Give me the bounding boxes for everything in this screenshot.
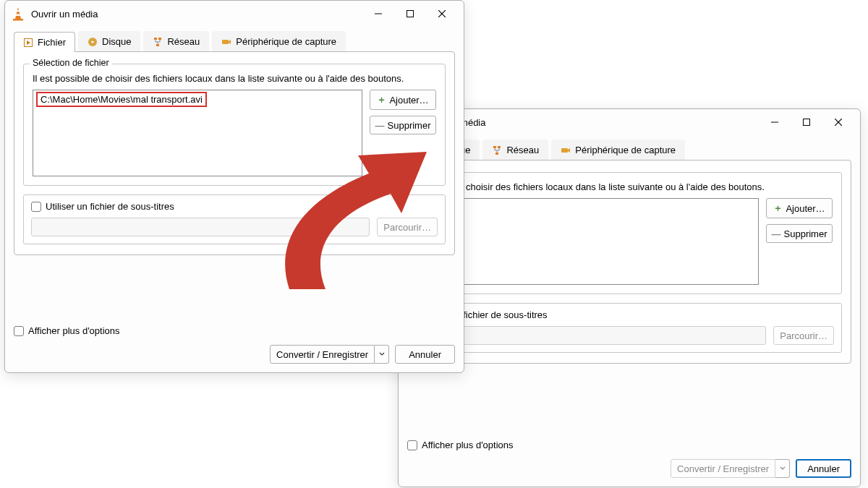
titlebar: Ouvrir un média xyxy=(399,109,860,135)
tab-label: Réseau xyxy=(167,36,200,47)
tab-label: Disque xyxy=(102,36,131,47)
file-selection-instruction: ssible de choisir des fichiers locaux da… xyxy=(426,181,833,192)
show-more-label: Afficher plus d'options xyxy=(28,325,120,336)
cancel-button[interactable]: Annuler xyxy=(395,345,455,364)
tab-label: Périphérique de capture xyxy=(236,36,336,47)
window-title: Ouvrir un média xyxy=(419,117,759,128)
network-icon xyxy=(153,37,163,47)
file-selection-instruction: Il est possible de choisir des fichiers … xyxy=(33,73,436,84)
convert-save-button[interactable]: Convertir / Enregistrer xyxy=(270,345,375,364)
convert-dropdown-caret[interactable] xyxy=(375,345,389,364)
minus-icon: — xyxy=(772,228,781,239)
dialog-footer: Convertir / Enregistrer Annuler xyxy=(399,456,860,487)
window-title: Ouvrir un média xyxy=(31,9,362,20)
remove-button[interactable]: —Supprimer xyxy=(370,116,436,134)
open-media-dialog-back: Ouvrir un média Disque Réseau Périphériq… xyxy=(398,108,861,487)
plus-icon: ＋ xyxy=(377,93,386,106)
tab-label: Périphérique de capture xyxy=(575,145,676,155)
svg-rect-8 xyxy=(495,153,498,155)
convert-save-button[interactable]: Convertir / Enregistrer xyxy=(671,459,775,478)
minimize-button[interactable] xyxy=(362,3,394,25)
svg-rect-10 xyxy=(16,10,20,12)
svg-rect-6 xyxy=(493,146,496,148)
tab-label: Réseau xyxy=(506,145,539,155)
tab-capture[interactable]: Périphérique de capture xyxy=(551,140,685,160)
tab-label: Fichier xyxy=(38,37,66,48)
svg-rect-11 xyxy=(15,14,21,16)
remove-button[interactable]: —Supprimer xyxy=(766,224,833,243)
maximize-button[interactable] xyxy=(394,3,426,25)
svg-point-19 xyxy=(91,40,93,43)
tab-disc[interactable]: Disque xyxy=(78,31,140,51)
tab-network[interactable]: Réseau xyxy=(143,31,209,51)
tab-body: Sélection de fichier Il est possible de … xyxy=(14,51,455,255)
minimize-button[interactable] xyxy=(759,111,791,133)
svg-rect-9 xyxy=(561,148,568,153)
tabs: Fichier Disque Réseau Périphérique de ca… xyxy=(5,27,464,51)
subtitle-block: Utiliser un fichier de sous-titres Parco… xyxy=(23,194,446,244)
tab-capture[interactable]: Périphérique de capture xyxy=(212,31,346,51)
capture-icon xyxy=(221,37,231,47)
disc-icon xyxy=(88,37,98,47)
close-button[interactable] xyxy=(822,111,854,133)
tab-body: Sélection de fichier ssible de choisir d… xyxy=(407,160,851,364)
open-media-dialog-front: Ouvrir un média Fichier Disque Réseau Pé… xyxy=(4,0,464,373)
convert-dropdown-caret[interactable] xyxy=(775,459,790,478)
show-more-checkbox[interactable] xyxy=(407,440,417,450)
browse-button: Parcourir… xyxy=(773,326,834,345)
minus-icon: — xyxy=(375,120,385,131)
titlebar: Ouvrir un média xyxy=(5,1,464,27)
subtitle-checkbox[interactable] xyxy=(31,202,41,212)
file-selection-fieldset: Sélection de fichier Il est possible de … xyxy=(23,64,446,186)
subtitle-path-field xyxy=(31,218,370,236)
subtitle-block: er un fichier de sous-titres Parcourir… xyxy=(417,303,842,353)
cancel-button[interactable]: Annuler xyxy=(796,459,851,478)
maximize-button[interactable] xyxy=(791,111,822,133)
file-list[interactable] xyxy=(426,198,759,285)
svg-rect-21 xyxy=(158,38,161,40)
tabs: Disque Réseau Périphérique de capture xyxy=(399,135,860,160)
file-play-icon xyxy=(23,38,33,48)
plus-icon: ＋ xyxy=(773,202,783,215)
fieldset-legend: Sélection de fichier xyxy=(30,58,112,68)
svg-rect-20 xyxy=(154,38,157,40)
svg-rect-1 xyxy=(804,119,810,126)
svg-rect-14 xyxy=(407,11,414,17)
file-list[interactable]: C:\Mac\Home\Movies\mal transport.avi xyxy=(33,90,362,176)
close-button[interactable] xyxy=(426,3,458,25)
subtitle-path-field xyxy=(425,326,766,345)
browse-button: Parcourir… xyxy=(377,218,438,236)
show-more-checkbox[interactable] xyxy=(14,326,24,336)
svg-rect-23 xyxy=(222,40,229,44)
network-icon xyxy=(492,145,502,155)
vlc-icon xyxy=(11,7,25,21)
show-more-label: Afficher plus d'options xyxy=(422,440,514,450)
tab-network[interactable]: Réseau xyxy=(482,140,548,160)
tab-file[interactable]: Fichier xyxy=(14,32,75,52)
subtitle-checkbox-label: Utiliser un fichier de sous-titres xyxy=(46,201,174,212)
add-button[interactable]: ＋Ajouter… xyxy=(370,90,436,110)
file-selection-fieldset: Sélection de fichier ssible de choisir d… xyxy=(417,172,842,294)
svg-rect-22 xyxy=(156,44,159,46)
dialog-footer: Convertir / Enregistrer Annuler xyxy=(5,342,464,372)
svg-rect-12 xyxy=(13,19,23,21)
capture-icon xyxy=(561,145,571,155)
selected-file-path[interactable]: C:\Mac\Home\Movies\mal transport.avi xyxy=(36,92,207,107)
svg-rect-7 xyxy=(498,146,501,148)
add-button[interactable]: ＋Ajouter… xyxy=(766,198,833,218)
